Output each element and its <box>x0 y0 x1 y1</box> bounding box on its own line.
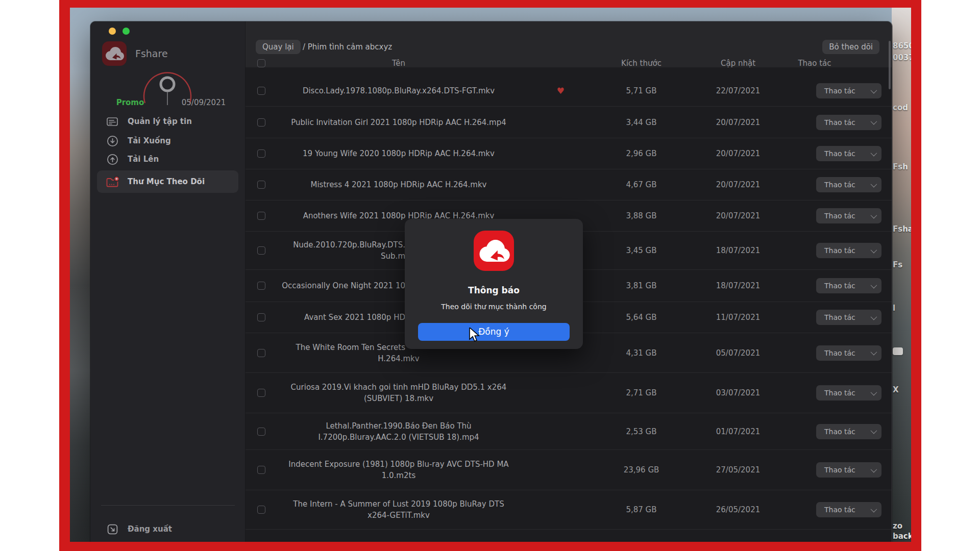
row-checkbox[interactable] <box>257 506 265 514</box>
chevron-down-icon <box>871 506 877 512</box>
actions-dropdown[interactable]: Thao tác <box>816 310 881 325</box>
desktop-label-fragment: zo <box>893 521 911 532</box>
file-updated: 20/07/2021 <box>697 211 779 220</box>
table-row[interactable]: Mistress 4 2021 1080p HDRip AAC H.264.mk… <box>246 169 892 200</box>
table-row[interactable]: Disco.Lady.1978.1080p.BluRay.x264.DTS-FG… <box>246 76 892 106</box>
actions-dropdown-label: Thao tác <box>824 466 855 474</box>
file-manager-icon <box>106 115 119 128</box>
file-updated: 11/07/2021 <box>697 313 779 322</box>
file-name: Curiosa 2019.Vi khach goi tinh mHD BluRa… <box>271 373 526 413</box>
actions-dropdown-label: Thao tác <box>824 389 855 397</box>
actions-dropdown[interactable]: Thao tác <box>816 278 881 293</box>
desktop-label-fragment: l <box>893 304 911 314</box>
table-row[interactable]: The Intern - A Summer of Lust 2019 1080p… <box>246 490 892 529</box>
expiry-date: 05/09/2021 <box>171 98 236 107</box>
file-size: 5,64 GB <box>599 313 683 322</box>
logout-label: Đăng xuất <box>128 524 172 534</box>
row-checkbox[interactable] <box>257 313 265 321</box>
desktop-label-fragment: X <box>893 385 911 395</box>
actions-dropdown[interactable]: Thao tác <box>816 385 881 400</box>
actions-dropdown[interactable]: Thao tác <box>816 115 881 130</box>
app-title: Fshare <box>135 41 168 66</box>
file-name: Mistress 4 2021 1080p HDRip AAC H.264.mk… <box>271 169 526 200</box>
row-checkbox[interactable] <box>257 246 265 255</box>
row-checkbox[interactable] <box>257 389 265 397</box>
desktop-label-fragment: 8650 <box>893 41 911 52</box>
actions-dropdown-label: Thao tác <box>824 313 855 321</box>
table-row[interactable]: 19 Young Wife 2020 1080p HDRip AAC H.264… <box>246 138 892 169</box>
row-checkbox[interactable] <box>257 349 265 357</box>
file-size: 5,87 GB <box>599 505 683 514</box>
actions-dropdown-label: Thao tác <box>824 212 855 220</box>
actions-dropdown[interactable]: Thao tác <box>816 146 881 161</box>
actions-dropdown[interactable]: Thao tác <box>816 243 881 258</box>
file-size: 3,44 GB <box>599 118 683 127</box>
select-all-checkbox[interactable] <box>257 59 265 67</box>
file-name: Indecent Exposure (1981) 1080p Blu-ray A… <box>271 450 526 490</box>
actions-dropdown[interactable]: Thao tác <box>816 502 881 517</box>
row-checkbox[interactable] <box>257 466 265 474</box>
file-updated: 27/05/2021 <box>697 465 779 474</box>
row-checkbox[interactable] <box>257 149 265 158</box>
folder-icon-fragment <box>893 347 903 355</box>
watched-folder-icon <box>106 175 119 188</box>
chevron-down-icon <box>871 349 877 356</box>
zoom-button[interactable] <box>122 28 130 35</box>
file-size: 3,88 GB <box>599 211 683 220</box>
scrollbar-thumb[interactable] <box>889 41 891 89</box>
actions-dropdown[interactable]: Thao tác <box>816 462 881 478</box>
breadcrumb: / Phim tình cảm abcxyz <box>303 40 392 54</box>
sidebar-divider <box>101 505 235 506</box>
fshare-app-icon <box>474 231 514 271</box>
minimize-button[interactable] <box>109 28 116 35</box>
sidebar-item-downloads[interactable]: Tải Xuống <box>90 131 245 151</box>
actions-dropdown[interactable]: Thao tác <box>816 345 881 361</box>
dialog-message: Theo dõi thư mục thành công <box>405 303 583 311</box>
row-checkbox[interactable] <box>257 212 265 220</box>
unfollow-button[interactable]: Bỏ theo dõi <box>822 40 879 54</box>
sidebar-item-file-manager[interactable]: Quản lý tập tin <box>90 112 245 131</box>
row-checkbox[interactable] <box>257 118 265 127</box>
table-row[interactable]: Lethal.Panther.1990.Báo Đen Báo ThùI.720… <box>246 413 892 449</box>
chevron-down-icon <box>871 149 877 156</box>
row-checkbox[interactable] <box>257 428 265 436</box>
screenshot-stage: 86500037codFshFshaFslXzoback <box>0 0 980 551</box>
file-name: 19 Young Wife 2020 1080p HDRip AAC H.264… <box>271 138 526 169</box>
row-checkbox[interactable] <box>257 181 265 189</box>
file-size: 3,81 GB <box>599 281 683 290</box>
logout-button[interactable]: Đăng xuất <box>106 518 172 540</box>
actions-dropdown[interactable]: Thao tác <box>816 424 881 439</box>
row-checkbox[interactable] <box>257 282 265 290</box>
table-row[interactable]: Curiosa 2019.Vi khach goi tinh mHD BluRa… <box>246 372 892 413</box>
actions-dropdown-label: Thao tác <box>824 428 855 436</box>
mouse-cursor <box>469 328 482 345</box>
sidebar-item-label: Tải Lên <box>128 155 159 164</box>
notification-dialog: Thông báo Theo dõi thư mục thành công Đồ… <box>405 219 583 349</box>
table-row[interactable]: Public Invitation Girl 2021 1080p HDRip … <box>246 106 892 138</box>
table-row[interactable]: Indecent Exposure (1981) 1080p Blu-ray A… <box>246 449 892 490</box>
actions-dropdown[interactable]: Thao tác <box>816 177 881 192</box>
actions-dropdown[interactable]: Thao tác <box>816 83 881 98</box>
file-size: 2,53 GB <box>599 427 683 436</box>
chevron-down-icon <box>871 428 877 434</box>
chevron-down-icon <box>871 87 877 93</box>
confirm-button[interactable]: Đồng ý <box>418 323 570 341</box>
chevron-down-icon <box>871 282 877 288</box>
back-button[interactable]: Quay lại <box>256 40 301 54</box>
chevron-down-icon <box>871 212 877 218</box>
actions-dropdown-label: Thao tác <box>824 349 855 357</box>
sidebar-item-uploads[interactable]: Tải Lên <box>90 149 245 169</box>
actions-dropdown-label: Thao tác <box>824 506 855 514</box>
promo-badge: Promo <box>109 98 152 107</box>
table-row[interactable]: Aroused by Gymnopedies 2016 1080p BluRay… <box>246 529 892 542</box>
file-name: Lethal.Panther.1990.Báo Đen Báo ThùI.720… <box>271 413 526 449</box>
favorite-heart-icon[interactable]: ♥ <box>554 86 567 96</box>
actions-dropdown[interactable]: Thao tác <box>816 208 881 223</box>
file-size: 2,71 GB <box>599 388 683 397</box>
row-checkbox[interactable] <box>257 87 265 95</box>
actions-dropdown-label: Thao tác <box>824 87 855 95</box>
actions-dropdown-label: Thao tác <box>824 181 855 189</box>
chevron-down-icon <box>871 181 877 187</box>
sidebar-item-watched-folders[interactable]: Thư Mục Theo Dõi <box>97 170 238 193</box>
desktop-label-fragment: cod <box>893 103 911 113</box>
